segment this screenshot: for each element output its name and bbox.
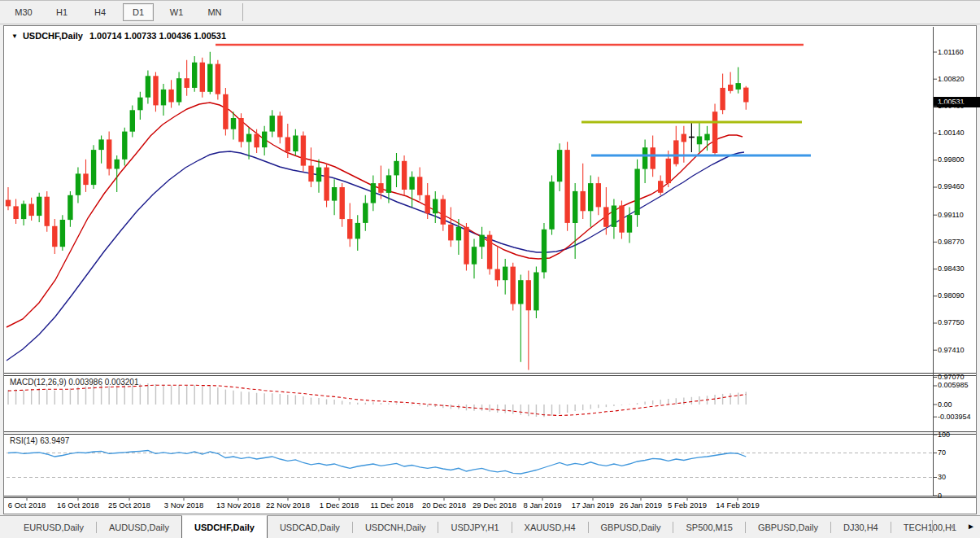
tab-scroll-arrows: ◄ ► — [932, 516, 975, 537]
date-tick-label: 8 Jan 2019 — [523, 501, 561, 510]
rsi-axis-label: 100 — [938, 431, 950, 439]
date-tick-label: 5 Feb 2019 — [668, 501, 707, 510]
chart-dropdown-icon[interactable]: ▼ — [11, 33, 18, 40]
price-tick-label: 0.99110 — [938, 211, 964, 219]
tab-xauusd-h4-6[interactable]: XAUUSD,H4 — [512, 516, 588, 538]
price-tick-label: 1.00820 — [938, 75, 965, 83]
period-button-H1[interactable]: H1 — [46, 3, 77, 21]
tab-eurusd-daily-0[interactable]: EURUSD,Daily — [11, 516, 96, 538]
chart-tab-bar: EURUSD,DailyAUDUSD,DailyUSDCHF,DailyUSDC… — [0, 515, 980, 538]
chart-plot-area[interactable] — [7, 27, 932, 373]
tab-usdchf-daily-2[interactable]: USDCHF,Daily — [181, 515, 268, 538]
price-tick-label: 0.97750 — [938, 318, 965, 326]
chart-symbol-label: USDCHF,Daily — [23, 31, 83, 41]
price-tick-label: 0.97410 — [938, 346, 965, 354]
tab-sp500-m15-8[interactable]: SP500,M15 — [673, 516, 744, 538]
period-button-MN[interactable]: MN — [199, 3, 230, 21]
period-button-M30[interactable]: M30 — [8, 3, 39, 21]
rsi-axis-label: 0 — [938, 492, 942, 500]
date-tick-label: 22 Nov 2018 — [266, 501, 310, 510]
macd-name: MACD(12,26,9) — [10, 378, 66, 387]
date-tick-label: 17 Jan 2019 — [572, 501, 614, 510]
macd-signal-value: 0.003201 — [105, 378, 139, 387]
tab-usdjpy-h1-5[interactable]: USDJPY,H1 — [438, 516, 511, 538]
date-tick-label: 25 Oct 2018 — [108, 501, 150, 510]
date-tick-label: 20 Dec 2018 — [422, 501, 466, 510]
tab-gbpusd-daily-7[interactable]: GBPUSD,Daily — [589, 516, 673, 538]
mt4-application: M30H1H4D1W1MN ▼USDCHF,Daily1.00714 1.007… — [0, 0, 980, 538]
panel-splitter-rsi[interactable] — [4, 431, 976, 435]
period-button-H4[interactable]: H4 — [85, 3, 115, 21]
tab-gbpusd-daily-9[interactable]: GBPUSD,Daily — [746, 516, 830, 538]
tab-arrow-separator — [932, 520, 933, 533]
tab-audusd-daily-1[interactable]: AUDUSD,Daily — [97, 516, 181, 538]
macd-axis-label: -0.003954 — [938, 413, 971, 421]
date-tick-label: 16 Oct 2018 — [57, 501, 99, 510]
macd-main-value: 0.003986 — [68, 378, 102, 387]
price-tick-label: 1.00140 — [938, 129, 965, 137]
price-tick-label: 0.97070 — [938, 373, 965, 381]
date-tick-label: 14 Feb 2019 — [716, 501, 759, 510]
period-button-W1[interactable]: W1 — [161, 3, 192, 21]
chart-ohlc-values: 1.00714 1.00733 1.00436 1.00531 — [89, 31, 226, 41]
price-tick-label: 1.01160 — [938, 48, 964, 56]
macd-axis-label: 0.005985 — [938, 381, 969, 389]
tab-dj30-h4-10[interactable]: DJ30,H4 — [831, 516, 891, 538]
date-tick-label: 3 Nov 2018 — [164, 501, 204, 510]
toolbar-separator — [242, 3, 243, 21]
rsi-name: RSI(14) — [10, 436, 37, 445]
date-tick-label: 6 Oct 2018 — [8, 501, 46, 510]
rsi-axis-label: 30 — [938, 473, 946, 481]
tab-usdcad-daily-3[interactable]: USDCAD,Daily — [268, 516, 352, 538]
date-tick-label: 13 Nov 2018 — [216, 501, 260, 510]
price-tick-label: 1.00480 — [938, 102, 965, 110]
tab-scroll-right-icon[interactable]: ► — [967, 523, 975, 531]
date-tick-label: 11 Dec 2018 — [370, 501, 413, 510]
tab-usdcnh-daily-4[interactable]: USDCNH,Daily — [353, 516, 438, 538]
timeframe-toolbar: M30H1H4D1W1MN — [0, 0, 980, 24]
period-button-D1[interactable]: D1 — [123, 3, 154, 21]
date-tick-label: 29 Dec 2018 — [473, 501, 516, 510]
panel-splitter-macd[interactable] — [4, 373, 976, 376]
rsi-label: RSI(14) 63.9497 — [10, 436, 69, 445]
chart-header: ▼USDCHF,Daily1.00714 1.00733 1.00436 1.0… — [11, 31, 226, 41]
rsi-axis-label: 70 — [938, 448, 946, 457]
date-tick-label: 1 Dec 2018 — [320, 501, 359, 510]
tab-scroll-left-icon[interactable]: ◄ — [947, 523, 956, 531]
price-tick-label: 0.98430 — [938, 265, 965, 273]
date-tick-label: 26 Jan 2019 — [620, 501, 662, 510]
price-tick-label: 0.99800 — [938, 155, 965, 164]
macd-axis-label: 0.00 — [938, 400, 952, 409]
price-tick-label: 0.98090 — [938, 291, 965, 300]
price-tick-label: 0.98770 — [938, 238, 965, 246]
price-tick-label: 0.99460 — [938, 182, 965, 190]
rsi-value: 63.9497 — [40, 436, 69, 445]
macd-label: MACD(12,26,9) 0.003986 0.003201 — [10, 378, 138, 387]
